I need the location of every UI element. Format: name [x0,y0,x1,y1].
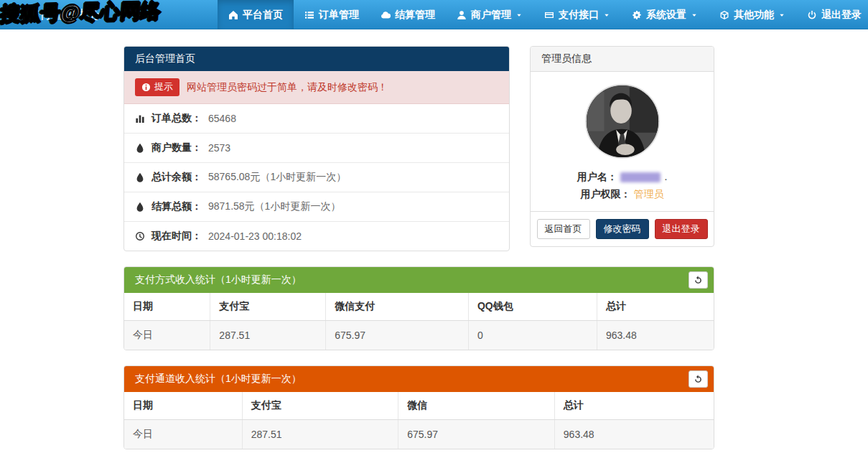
admin-info-panel: 管理员信息 [530,46,714,247]
nav-item-label: 其他功能 [734,9,774,22]
droplet-icon [135,143,145,153]
admin-panel-footer: 返回首页修改密码退出登录 [531,211,714,246]
gear-icon [632,10,642,20]
nav-item-logout[interactable]: 退出登录 [796,0,868,29]
stat-label: 总计余额： [151,171,202,184]
table-cell: 963.48 [597,321,714,350]
nav-item-settings[interactable]: 系统设置 [621,0,709,29]
droplet-icon [135,172,145,182]
nav-menu: 平台首页订单管理结算管理商户管理支付接口系统设置其他功能退出登录 [218,0,868,29]
dashboard-panel: 后台管理首页 提示 网站管理员密码过于简单，请及时修改密码！ 订单总数：6546… [123,46,510,251]
stat-row: 结算总额：9871.58元（1小时更新一次） [124,192,509,221]
nav-item-label: 结算管理 [395,9,435,22]
payment-channel-panel-title: 支付通道收入统计（1小时更新一次） [135,373,302,384]
stat-label: 订单总数： [151,112,202,125]
stat-label: 商户数量： [151,141,202,154]
table-row: 今日287.51675.970963.48 [124,321,714,350]
nav-item-merchants[interactable]: 商户管理 [446,0,533,29]
bar-chart-icon [135,113,145,123]
admin-panel-title: 管理员信息 [531,47,714,72]
username-censored-value [620,172,661,182]
role-label: 用户权限： [581,188,631,200]
caret-down-icon [691,11,698,19]
caret-down-icon [778,11,785,19]
table-cell: 今日 [124,420,242,449]
admin-panel-body: 用户名： . 用户权限： 管理员 [531,72,714,211]
cloud-icon [381,10,391,20]
back-home-button[interactable]: 返回首页 [537,219,590,239]
nav-item-pay-interface[interactable]: 支付接口 [533,0,621,29]
stat-value: 2024-01-23 00:18:02 [208,230,302,242]
role-line: 用户权限： 管理员 [538,185,706,202]
stat-label: 现在时间： [151,230,202,243]
droplet-icon [135,202,145,212]
payment-method-panel-title: 支付方式收入统计（1小时更新一次） [135,274,302,285]
table-header-cell: 总计 [554,392,714,420]
table-header-cell: 支付宝 [242,392,398,420]
table-header-cell: 总计 [597,293,714,321]
table-cell: 287.51 [210,321,326,350]
change-password-button[interactable]: 修改密码 [596,219,649,239]
stat-row: 商户数量：2573 [124,133,509,162]
nav-item-label: 系统设置 [646,9,686,22]
table-cell: 963.48 [554,420,714,449]
nav-item-settlement[interactable]: 结算管理 [370,0,446,29]
nav-item-home[interactable]: 平台首页 [218,0,294,29]
stat-row: 总计余额：58765.08元（1小时更新一次） [124,162,509,192]
refresh-button[interactable] [689,271,708,289]
nav-item-label: 商户管理 [471,9,511,22]
stat-value: 65468 [208,113,236,124]
refresh-icon [694,375,703,384]
table-cell: 675.97 [326,321,469,350]
page: 支付管理中心 搜狐号@尽心网络 平台首页订单管理结算管理商户管理支付接口系统设置… [0,0,868,449]
payment-channel-panel-header: 支付通道收入统计（1小时更新一次） [124,366,714,392]
stat-list: 订单总数：65468商户数量：2573总计余额：58765.08元（1小时更新一… [124,104,509,251]
refresh-icon [694,276,703,285]
logout-button[interactable]: 退出登录 [655,219,708,239]
payment-method-panel-header: 支付方式收入统计（1小时更新一次） [124,267,714,293]
watermark-text: 搜狐号@尽心网络 [0,0,162,28]
power-icon [807,10,817,20]
username-suffix: . [664,171,667,182]
cube-icon [719,10,729,20]
table-cell: 287.51 [242,420,398,449]
table-header-cell: 支付宝 [210,293,326,321]
payment-method-table: 日期支付宝微信支付QQ钱包总计今日287.51675.970963.48 [124,293,714,350]
table-header-row: 日期支付宝微信总计 [124,392,714,420]
refresh-button[interactable] [689,370,708,388]
dashboard-panel-title: 后台管理首页 [124,47,509,71]
nav-item-misc[interactable]: 其他功能 [709,0,796,29]
main-content: 后台管理首页 提示 网站管理员密码过于简单，请及时修改密码！ 订单总数：6546… [123,29,714,449]
password-alert: 提示 网站管理员密码过于简单，请及时修改密码！ [124,71,509,104]
table-header-row: 日期支付宝微信支付QQ钱包总计 [124,293,714,321]
list-icon [304,10,314,20]
stat-row: 订单总数：65468 [124,104,509,133]
top-navbar: 支付管理中心 搜狐号@尽心网络 平台首页订单管理结算管理商户管理支付接口系统设置… [0,0,868,29]
table-cell: 675.97 [398,420,555,449]
table-header-cell: 日期 [124,392,242,420]
user-icon [457,10,467,20]
top-row: 后台管理首页 提示 网站管理员密码过于简单，请及时修改密码！ 订单总数：6546… [123,46,714,251]
table-cell: 今日 [124,321,210,350]
payment-channel-panel: 支付通道收入统计（1小时更新一次） 日期支付宝微信总计今日287.51675.9… [123,365,714,449]
role-value[interactable]: 管理员 [633,188,663,200]
caret-down-icon [603,11,610,19]
table-header-cell: QQ钱包 [468,293,597,321]
admin-avatar [584,83,661,159]
nav-item-label: 退出登录 [821,9,862,22]
alert-tip-badge: 提示 [135,78,179,96]
nav-item-label: 平台首页 [243,9,283,22]
credit-card-icon [544,10,554,20]
info-icon [141,83,151,92]
stat-row: 现在时间：2024-01-23 00:18:02 [124,221,509,251]
table-header-cell: 日期 [124,293,210,321]
clock-icon [135,231,145,241]
username-label: 用户名： [577,171,617,182]
home-icon [228,10,238,20]
payment-channel-table: 日期支付宝微信总计今日287.51675.97963.48 [124,392,714,449]
username-line: 用户名： . [538,168,706,185]
table-header-cell: 微信 [398,392,555,420]
alert-message: 网站管理员密码过于简单，请及时修改密码！ [187,81,388,94]
nav-item-orders[interactable]: 订单管理 [294,0,370,29]
table-cell: 0 [468,321,597,350]
